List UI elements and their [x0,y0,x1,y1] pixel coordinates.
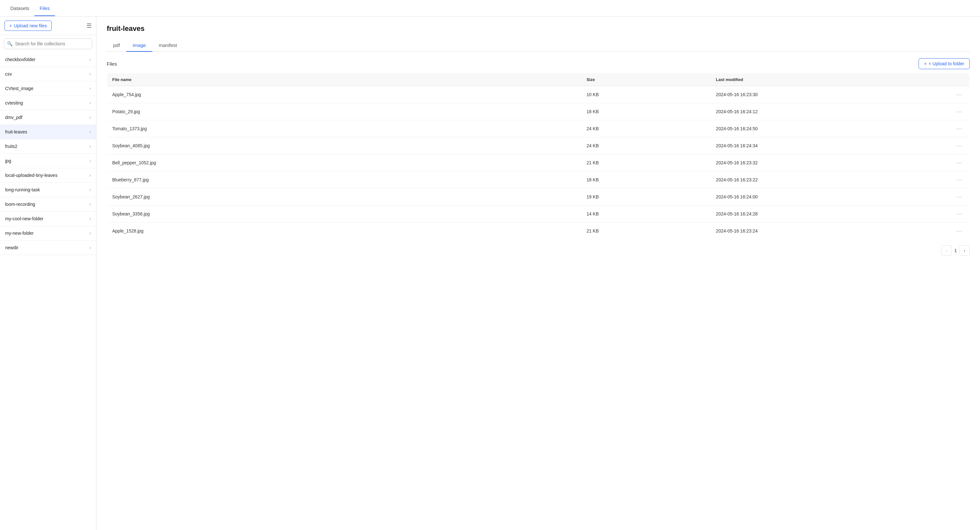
file-name-cell: Blueberry_877.jpg [107,172,582,188]
file-name-cell: Soybean_4085.jpg [107,137,582,154]
top-tabs-bar: Datasets Files [0,0,980,17]
col-header-lastmodified: Last modified [711,73,927,86]
chevron-right-icon: › [89,172,91,178]
sidebar-toolbar: + Upload new files ☰ [0,17,96,35]
sidebar-item-fruits2[interactable]: fruits2› [0,139,96,154]
table-row: Blueberry_877.jpg 18 KB 2024-05-16 16:23… [107,172,970,188]
folder-item-name: csv [5,72,12,76]
file-modified-cell: 2024-05-16 16:24:50 [711,120,927,137]
tab-files[interactable]: Files [34,1,55,16]
sidebar-item-checkboxfolder[interactable]: checkboxfolder› [0,53,96,67]
chevron-right-icon: › [89,201,91,207]
file-name-cell: Potato_29.jpg [107,103,582,120]
file-size-cell: 10 KB [581,86,711,103]
sidebar: + Upload new files ☰ 🔍 checkboxfolder›cs… [0,17,97,530]
file-actions-cell: ⋯ [926,223,969,240]
file-actions-cell: ⋯ [926,86,969,103]
folder-item-name: my-new-folder [5,231,34,236]
folder-title: fruit-leaves [107,24,970,33]
folder-item-name: fruit-leaves [5,129,27,134]
table-row: Potato_29.jpg 18 KB 2024-05-16 16:24:12 … [107,103,970,120]
sidebar-item-csv[interactable]: csv› [0,67,96,81]
folder-item-name: jpg [5,158,11,163]
folder-item-name: local-uploaded-tiny-leaves [5,173,57,178]
file-actions-cell: ⋯ [926,120,969,137]
folder-item-name: my-cool-new-folder [5,216,43,221]
file-actions-cell: ⋯ [926,103,969,120]
main-layout: + Upload new files ☰ 🔍 checkboxfolder›cs… [0,17,980,530]
table-row: Soybean_3356.jpg 14 KB 2024-05-16 16:24:… [107,205,970,223]
more-options-button[interactable]: ⋯ [954,176,964,184]
file-size-cell: 21 KB [581,154,711,172]
file-modified-cell: 2024-05-16 16:23:22 [711,172,927,188]
file-actions-cell: ⋯ [926,205,969,223]
chevron-right-icon: › [89,86,91,91]
folder-item-name: checkboxfolder [5,57,35,62]
file-size-cell: 19 KB [581,188,711,205]
next-page-button[interactable]: › [959,245,970,256]
search-icon: 🔍 [7,41,13,46]
chevron-right-icon: › [89,143,91,149]
folder-item-name: fruits2 [5,144,18,149]
more-options-button[interactable]: ⋯ [954,210,964,218]
sidebar-item-jpg[interactable]: jpg› [0,154,96,168]
table-row: Apple_754.jpg 10 KB 2024-05-16 16:23:30 … [107,86,970,103]
filter-icon[interactable]: ☰ [86,22,92,29]
sidebar-item-my-new-folder[interactable]: my-new-folder› [0,226,96,240]
col-header-size: Size [581,73,711,86]
chevron-right-icon: › [89,216,91,221]
file-modified-cell: 2024-05-16 16:24:12 [711,103,927,120]
more-options-button[interactable]: ⋯ [954,193,964,201]
content-area: fruit-leaves pdfimagemanifest Files + + … [97,17,980,530]
table-row: Bell_pepper_1052.jpg 21 KB 2024-05-16 16… [107,154,970,172]
sub-tab-image[interactable]: image [126,39,153,52]
chevron-right-icon: › [89,100,91,106]
sub-tab-manifest[interactable]: manifest [153,39,184,52]
more-options-button[interactable]: ⋯ [954,107,964,116]
more-options-button[interactable]: ⋯ [954,159,964,167]
sidebar-item-cvtest_image[interactable]: CVtest_image› [0,81,96,96]
chevron-right-icon: › [89,129,91,135]
more-options-button[interactable]: ⋯ [954,142,964,150]
file-size-cell: 24 KB [581,120,711,137]
file-size-cell: 21 KB [581,223,711,240]
file-actions-cell: ⋯ [926,188,969,205]
file-size-cell: 18 KB [581,103,711,120]
folder-item-name: long-running-task [5,187,40,192]
search-box: 🔍 [4,38,92,49]
sidebar-item-newdir[interactable]: newdir› [0,240,96,255]
sidebar-item-dmv_pdf[interactable]: dmv_pdf› [0,110,96,125]
pagination: ‹ 1 › [107,241,970,260]
sidebar-item-local-uploaded-tiny-leaves[interactable]: local-uploaded-tiny-leaves› [0,168,96,183]
upload-new-files-button[interactable]: + Upload new files [5,21,52,31]
file-actions-cell: ⋯ [926,154,969,172]
folder-list: checkboxfolder›csv›CVtest_image›cvtestin… [0,53,96,530]
sub-tab-pdf[interactable]: pdf [107,39,126,52]
file-modified-cell: 2024-05-16 16:23:30 [711,86,927,103]
sidebar-item-loom-recording[interactable]: loom-recording› [0,197,96,212]
sidebar-item-long-running-task[interactable]: long-running-task› [0,183,96,197]
more-options-button[interactable]: ⋯ [954,91,964,99]
file-name-cell: Apple_1528.jpg [107,223,582,240]
file-size-cell: 24 KB [581,137,711,154]
upload-to-folder-label: + Upload to folder [929,61,964,66]
sidebar-item-my-cool-new-folder[interactable]: my-cool-new-folder› [0,212,96,226]
files-header: Files + + Upload to folder [107,58,970,69]
upload-to-folder-button[interactable]: + + Upload to folder [919,58,970,69]
folder-item-name: cvtesting [5,100,23,105]
chevron-right-icon: › [89,245,91,250]
table-row: Tomato_1373.jpg 24 KB 2024-05-16 16:24:5… [107,120,970,137]
files-section-label: Files [107,61,117,67]
plus-icon: + [10,23,12,28]
sidebar-item-cvtesting[interactable]: cvtesting› [0,96,96,110]
tab-datasets[interactable]: Datasets [5,1,34,16]
file-modified-cell: 2024-05-16 16:24:28 [711,205,927,223]
more-options-button[interactable]: ⋯ [954,227,964,235]
sidebar-item-fruit-leaves[interactable]: fruit-leaves› [0,125,96,139]
file-table: File name Size Last modified Apple_754.j… [107,73,970,240]
chevron-right-icon: › [89,158,91,164]
prev-page-button[interactable]: ‹ [942,245,952,256]
folder-item-name: CVtest_image [5,86,33,91]
more-options-button[interactable]: ⋯ [954,124,964,133]
search-input[interactable] [4,38,92,49]
